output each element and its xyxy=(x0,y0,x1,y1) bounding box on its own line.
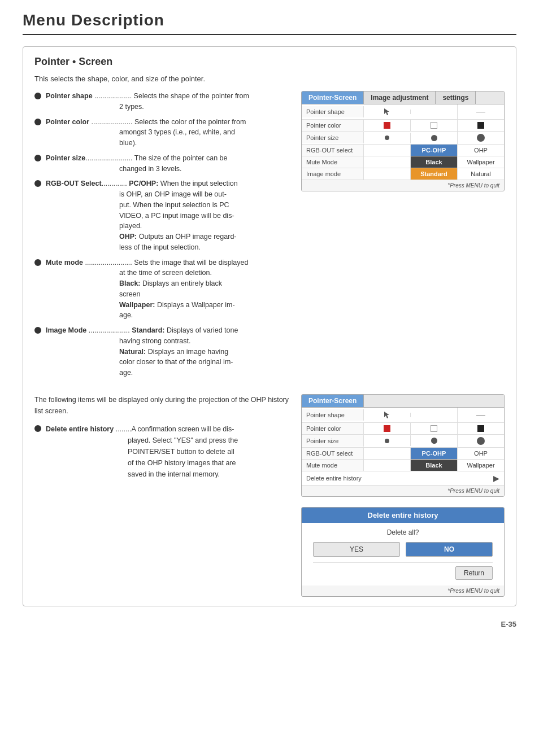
p2-pointer-shape-3[interactable]: — xyxy=(457,408,504,422)
second-left-col: The following items will be displayed on… xyxy=(34,394,290,597)
mute-mode-black[interactable]: Black xyxy=(410,156,457,168)
right-column: Pointer-Screen Image adjustment settings… xyxy=(301,91,505,383)
mute-mode-empty[interactable] xyxy=(364,160,410,164)
menu-row-2-pointer-shape: Pointer shape — xyxy=(302,408,504,423)
p2-mute-empty[interactable] xyxy=(364,463,410,467)
red-square-icon xyxy=(384,122,390,129)
delete-history-arrow-icon[interactable]: ▶ xyxy=(489,471,504,485)
bullet-dot xyxy=(34,425,41,432)
section-title: Pointer • Screen xyxy=(34,56,505,68)
menu-row-2-rgb-out: RGB-OUT select PC-OHP OHP xyxy=(302,448,504,460)
bullet-pointer-color: Pointer color ..................... Sele… xyxy=(34,117,290,148)
delete-panel: Delete entire history Delete all? YES NO… xyxy=(301,507,505,597)
p2-color-white[interactable] xyxy=(410,423,457,434)
pointer-shape-option-1[interactable] xyxy=(364,106,410,118)
p2-size-large[interactable] xyxy=(457,435,504,447)
rgb-out-option-empty[interactable] xyxy=(364,148,410,152)
pointer-size-large[interactable] xyxy=(457,132,504,144)
black-square-icon xyxy=(477,122,484,129)
pointer-color-black[interactable] xyxy=(457,120,504,131)
second-intro: The following items will be displayed on… xyxy=(34,394,290,417)
page-number: E-35 xyxy=(23,620,516,628)
p2-pointer-shape-2[interactable] xyxy=(410,413,457,417)
rgb-out-pc-ohp[interactable]: PC-OHP xyxy=(410,145,457,156)
menu-panel-2: Pointer-Screen Pointer shape xyxy=(301,394,505,497)
menu-label-rgb-out: RGB-OUT select xyxy=(302,145,364,156)
second-right-col: Pointer-Screen Pointer shape xyxy=(301,394,505,597)
page-title: Menu Description xyxy=(23,11,516,35)
menu-panel-1: Pointer-Screen Image adjustment settings… xyxy=(301,91,505,191)
tab-pointer-screen[interactable]: Pointer-Screen xyxy=(302,91,364,104)
menu-label-pointer-size: Pointer size xyxy=(302,132,364,143)
no-button[interactable]: NO xyxy=(406,542,493,557)
mute-mode-wallpaper[interactable]: Wallpaper xyxy=(457,156,504,168)
return-button[interactable]: Return xyxy=(455,566,493,580)
bullet-dot xyxy=(34,119,41,125)
pointer-color-white[interactable] xyxy=(410,120,457,131)
white-square-icon xyxy=(431,122,437,129)
p2-pointer-shape-1[interactable] xyxy=(364,409,410,421)
pointer-size-medium[interactable] xyxy=(410,133,457,143)
size-small-icon-2 xyxy=(385,439,389,443)
pointer-color-red[interactable] xyxy=(364,120,410,131)
menu-2-label-pointer-shape: Pointer shape xyxy=(302,409,364,421)
yes-button[interactable]: YES xyxy=(313,542,400,557)
bullet-pointer-shape: Pointer shape ................... Select… xyxy=(34,91,290,112)
svg-marker-0 xyxy=(384,108,389,115)
p2-size-small[interactable] xyxy=(364,436,410,445)
image-mode-natural[interactable]: Natural xyxy=(457,168,504,180)
bullet-dot xyxy=(34,327,41,334)
menu-row-pointer-color: Pointer color xyxy=(302,120,504,132)
menu-row-2-pointer-color: Pointer color xyxy=(302,423,504,435)
bullet-mute-mode: Mute mode ........................ Sets … xyxy=(34,257,290,321)
menu-2-options-pointer-shape: — xyxy=(364,408,504,422)
image-mode-empty[interactable] xyxy=(364,172,410,176)
pointer-shape-option-2[interactable] xyxy=(410,110,457,114)
label-pointer-shape: Pointer shape ................... Select… xyxy=(46,92,249,100)
p2-mute-black[interactable]: Black xyxy=(410,460,457,471)
menu-row-mute-mode: Mute Mode Black Wallpaper xyxy=(302,156,504,168)
bullet-rgb-out-text: RGB-OUT Select............. PC/OHP: When… xyxy=(46,178,290,252)
size-small-icon xyxy=(385,136,389,140)
tab-image-adjustment[interactable]: Image adjustment xyxy=(364,91,436,104)
return-row: Return xyxy=(313,562,493,580)
menu-note-1: *Press MENU to quit xyxy=(302,180,504,191)
pointer-screen-section: Pointer • Screen This selects the shape,… xyxy=(23,46,516,606)
bullet-dot xyxy=(34,93,41,99)
p2-color-black[interactable] xyxy=(457,423,504,434)
red-square-icon-2 xyxy=(384,425,390,432)
p2-size-medium[interactable] xyxy=(410,435,457,446)
menu-2-options-pointer-color xyxy=(364,423,504,434)
delete-history-label: Delete entire history xyxy=(302,473,489,484)
tab-pointer-screen-2[interactable]: Pointer-Screen xyxy=(302,395,364,407)
image-mode-standard[interactable]: Standard xyxy=(410,168,457,180)
p2-rgb-ohp[interactable]: OHP xyxy=(457,448,504,459)
section-description: This selects the shape, color, and size … xyxy=(34,75,505,83)
black-square-icon-2 xyxy=(477,425,484,432)
left-column: Pointer shape ................... Select… xyxy=(34,91,290,383)
menu-row-image-mode: Image mode Standard Natural xyxy=(302,168,504,180)
pointer-shape-option-3[interactable]: — xyxy=(457,104,504,119)
bullet-delete-history-text: Delete entire history ........A confirma… xyxy=(46,423,290,480)
menu-2-options-rgb-out: PC-OHP OHP xyxy=(364,448,504,459)
p2-mute-wallpaper[interactable]: Wallpaper xyxy=(457,460,504,471)
menu-label-mute-mode: Mute Mode xyxy=(302,156,364,168)
p2-color-red[interactable] xyxy=(364,423,410,434)
bullet-dot xyxy=(34,180,41,187)
rgb-out-ohp[interactable]: OHP xyxy=(457,145,504,156)
menu-2-options-mute-mode: Black Wallpaper xyxy=(364,460,504,471)
p2-rgb-empty[interactable] xyxy=(364,451,410,456)
bullet-dot xyxy=(34,155,41,161)
p2-rgb-pc-ohp[interactable]: PC-OHP xyxy=(410,448,457,459)
menu-label-pointer-shape: Pointer shape xyxy=(302,106,364,117)
bullet-pointer-size-text: Pointer size........................ The… xyxy=(46,153,290,174)
pointer-size-small[interactable] xyxy=(364,133,410,142)
menu-tabs: Pointer-Screen Image adjustment settings xyxy=(302,91,504,104)
menu-options-pointer-size xyxy=(364,132,504,144)
delete-question: Delete all? xyxy=(313,528,493,536)
size-large-icon-2 xyxy=(477,437,485,445)
menu-note-2: *Press MENU to quit xyxy=(302,486,504,496)
menu-row-rgb-out: RGB-OUT select PC-OHP OHP xyxy=(302,145,504,156)
tab-settings[interactable]: settings xyxy=(436,91,476,104)
menu-2-label-mute-mode: Mute mode xyxy=(302,460,364,471)
